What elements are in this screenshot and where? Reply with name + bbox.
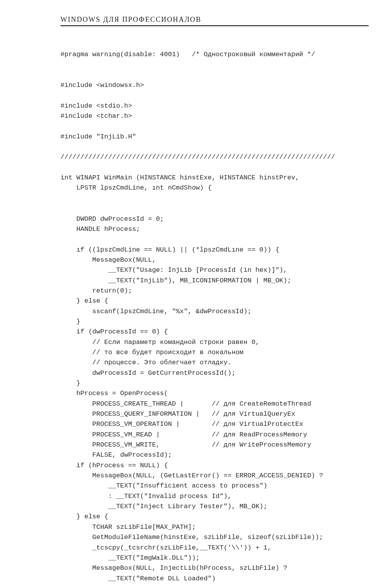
page-container: WINDOWS ДЛЯ ПРОФЕССИОНАЛОВ #pragma warnı…: [0, 0, 392, 585]
code-listing: #pragma warnıng(disable: 4001) /* Одност…: [60, 50, 369, 585]
page-header-title: WINDOWS ДЛЯ ПРОФЕССИОНАЛОВ: [60, 16, 369, 26]
